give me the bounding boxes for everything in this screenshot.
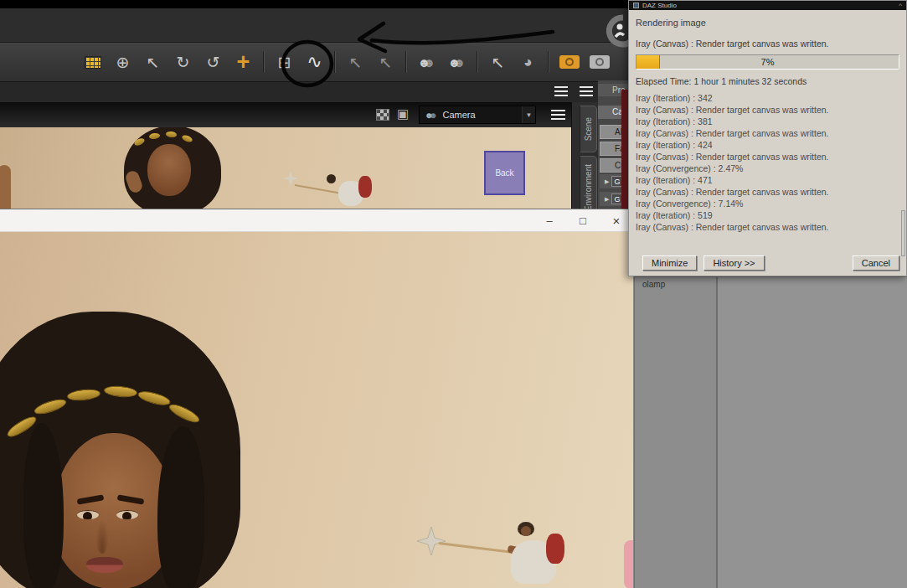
dialog-heading: Rendering image: [636, 18, 899, 28]
mascot-body: [616, 34, 624, 37]
expand-arrow-icon[interactable]: ▶: [605, 178, 609, 185]
elapsed-time: Elapsed Time: 1 hour 1 minutes 32 second…: [636, 76, 899, 86]
toolbar-divider: [477, 51, 478, 73]
log-line: Iray (Canvas) : Render target canvas was…: [636, 127, 899, 139]
viewport-toolbar: ▣ ☻ Camera ▼: [0, 102, 571, 127]
render-log[interactable]: Iray (Iteration) : 342 Iray (Canvas) : R…: [636, 92, 899, 233]
render-status: Iray (Canvas) : Render target canvas was…: [636, 39, 899, 49]
log-line: Iray (Iteration) : 381: [636, 116, 899, 127]
grid-tool-icon[interactable]: [80, 47, 106, 77]
translate-glyph: +: [237, 51, 250, 74]
eye-right: [116, 510, 138, 519]
bottom-right-panel: olamp: [634, 276, 907, 588]
iris: [122, 512, 131, 519]
log-line: Iray (Iteration) : 424: [636, 139, 899, 151]
joint-glyph: ∿: [307, 51, 322, 73]
joint-editor-icon[interactable]: ∿: [301, 47, 327, 77]
main-toolbar: ⊕ ↖ ↻ ↺ + ⊞ ∿ ↖ ↖ ☻ ☻ ↖ ◕: [0, 42, 628, 82]
pane-options-icon[interactable]: [580, 86, 593, 97]
frame-tool-icon[interactable]: ⊞: [271, 47, 297, 77]
mascot-head: [617, 24, 623, 30]
buttons-spacer: [771, 255, 846, 271]
log-line: Iray (Canvas) : Render target canvas was…: [636, 151, 899, 162]
log-line: Iray (Iteration) : 471: [636, 174, 899, 186]
grid-glyph: [85, 56, 101, 69]
sphere-tool-icon[interactable]: ◕: [515, 47, 541, 77]
pane-menu-icon[interactable]: [551, 110, 565, 120]
render-window-titlebar[interactable]: – □ ×: [0, 209, 633, 232]
render-image: [0, 232, 633, 588]
camera-selector-label: Camera: [443, 110, 522, 120]
sphere-glyph: ◕: [523, 54, 533, 71]
toolbar-icons-row: ⊕ ↖ ↻ ↺ + ⊞ ∿ ↖ ↖ ☻ ☻ ↖ ◕: [0, 43, 628, 81]
progress-bar: 7%: [636, 54, 899, 70]
small-figure-red: [358, 176, 372, 198]
daz-studio-screen: ⊕ ↖ ↻ ↺ + ⊞ ∿ ↖ ↖ ☻ ☻ ↖ ◕: [0, 0, 907, 588]
small-figure-red: [546, 534, 564, 564]
lips-shape: [86, 557, 123, 573]
expand-arrow-icon[interactable]: ▶: [605, 196, 609, 203]
pointer-gear-icon[interactable]: ↖: [485, 47, 511, 77]
surface-pointer-icon[interactable]: ↖: [343, 47, 368, 77]
pointer-tool-icon[interactable]: ↖: [140, 47, 166, 77]
orbit-glyph: ↺: [207, 53, 220, 72]
dialog-title: DAZ Studio: [642, 3, 895, 9]
iris: [83, 512, 92, 519]
small-figure-face: [521, 526, 531, 536]
toolbar-divider: [405, 51, 407, 73]
cancel-button[interactable]: Cancel: [853, 255, 899, 271]
rotate-glyph: ↻: [177, 53, 190, 72]
mini-pointer-glyph: ↖: [379, 53, 393, 72]
orange-camera-glyph: [559, 55, 580, 69]
render-window: – □ ×: [0, 209, 634, 588]
frame-glyph: ⊞: [278, 53, 291, 72]
figure-arm-shape: [0, 165, 11, 215]
sub-toolbar-strip: [0, 82, 628, 102]
small-figure-head: [327, 174, 336, 183]
collapse-icon[interactable]: ^: [899, 3, 902, 9]
scene-navigator-icon[interactable]: ⊕: [110, 47, 136, 77]
toolbar-divider: [548, 51, 549, 73]
log-line: Iray (Canvas) : Render target canvas was…: [636, 104, 899, 116]
app-icon: [633, 3, 639, 8]
log-line: Iray (Convergence) : 2.47%: [636, 162, 899, 174]
progress-percent: 7%: [636, 55, 899, 69]
tab-scene-label: Scene: [584, 117, 593, 141]
log-line: Iray (Canvas) : Render target canvas was…: [636, 186, 899, 198]
rotate-tool-icon[interactable]: ↻: [170, 47, 196, 77]
translate-tool-icon[interactable]: +: [230, 47, 256, 77]
wand-shape: [295, 184, 344, 194]
camera-selector[interactable]: ☻ Camera ▼: [419, 106, 536, 124]
panel-section: [718, 277, 907, 588]
mini-pointer-icon[interactable]: ↖: [373, 47, 399, 77]
backdrop-label: Back: [495, 168, 513, 178]
toolbar-divider: [263, 51, 265, 73]
dialog-body: Rendering image Iray (Canvas) : Render t…: [629, 10, 906, 276]
render-camera-icon[interactable]: [556, 47, 582, 77]
backdrop-box: Back: [484, 151, 525, 195]
eye-left: [77, 510, 99, 519]
figures-glyph: ☻: [418, 55, 431, 70]
cube-view-icon[interactable]: ▣: [397, 106, 409, 121]
maximize-button[interactable]: □: [566, 209, 600, 231]
log-scrollbar[interactable]: [901, 210, 905, 256]
minimize-button[interactable]: –: [533, 209, 566, 231]
dialog-buttons-row: Minimize History >> Cancel: [636, 255, 899, 271]
history-button[interactable]: History >>: [703, 255, 764, 271]
globe-glyph: ⊕: [116, 53, 130, 72]
figure-camera-icon[interactable]: ☻: [444, 47, 470, 77]
tab-scene[interactable]: Scene: [580, 106, 597, 152]
orbit-tool-icon[interactable]: ↺: [200, 47, 226, 77]
camera-lens: [595, 58, 604, 66]
aspect-frame-icon[interactable]: [376, 109, 389, 121]
pointer-gear-glyph: ↖: [492, 53, 505, 72]
gray-camera-glyph: [590, 55, 610, 69]
panel-divider[interactable]: [716, 277, 718, 588]
figure-face-shape: [147, 144, 191, 196]
pane-options-icon[interactable]: [554, 86, 568, 97]
minimize-dialog-button[interactable]: Minimize: [642, 255, 697, 271]
log-line: Iray (Canvas) : Render target canvas was…: [636, 221, 899, 233]
wand-star: [417, 527, 446, 555]
figures-icon[interactable]: ☻: [414, 47, 440, 77]
dialog-titlebar[interactable]: DAZ Studio ^: [629, 1, 906, 10]
